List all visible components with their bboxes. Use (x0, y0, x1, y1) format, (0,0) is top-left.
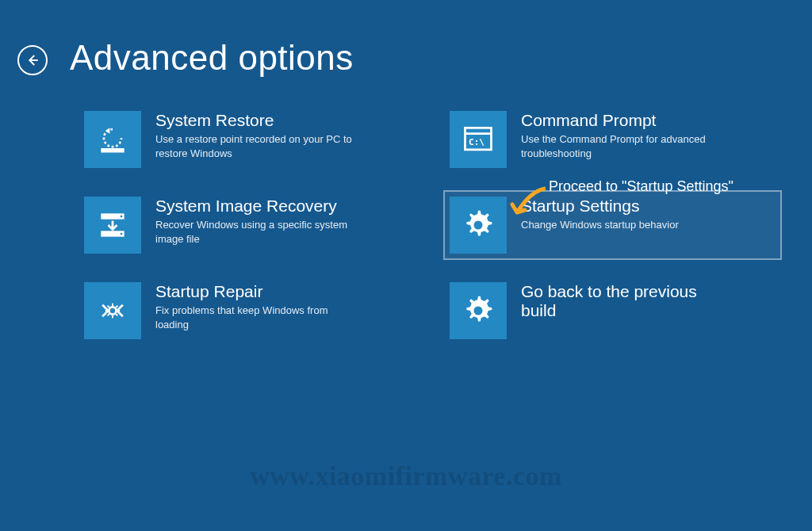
tile-desc: Fix problems that keep Windows from load… (155, 304, 354, 331)
tile-command-prompt[interactable]: C:\ Command Prompt Use the Command Promp… (445, 106, 780, 173)
annotation-callout: Proceed to "Startup Settings" (549, 178, 733, 195)
repair-icon (84, 282, 141, 339)
gear-icon (450, 282, 507, 339)
back-button[interactable] (17, 45, 48, 75)
svg-point-5 (121, 216, 123, 218)
annotation-arrow-icon (506, 184, 550, 222)
header: Advanced options (0, 0, 812, 78)
options-grid: System Restore Use a restore point recor… (0, 78, 812, 344)
tile-text: System Image Recovery Recover Windows us… (155, 197, 410, 246)
svg-point-9 (474, 307, 483, 315)
tile-text: System Restore Use a restore point recor… (155, 111, 410, 160)
tile-title: Command Prompt (521, 111, 727, 130)
tile-title: Go back to the previous build (521, 282, 727, 320)
tile-desc: Use a restore point recorded on your PC … (155, 132, 354, 160)
tile-title: System Restore (155, 111, 362, 130)
page-title: Advanced options (70, 38, 354, 78)
tile-system-image-recovery[interactable]: System Image Recovery Recover Windows us… (79, 192, 415, 258)
svg-text:C:\: C:\ (469, 137, 485, 147)
tile-go-back[interactable]: Go back to the previous build (445, 277, 780, 344)
tile-startup-settings[interactable]: Startup Settings Change Windows startup … (445, 192, 780, 258)
tile-text: Startup Settings Change Windows startup … (521, 197, 776, 232)
image-recovery-icon (84, 197, 141, 254)
tile-system-restore[interactable]: System Restore Use a restore point recor… (79, 106, 415, 173)
terminal-icon: C:\ (450, 111, 507, 168)
tile-title: System Image Recovery (155, 197, 362, 216)
svg-point-7 (474, 221, 483, 230)
tile-desc: Use the Command Prompt for advanced trou… (521, 132, 719, 160)
tile-startup-repair[interactable]: Startup Repair Fix problems that keep Wi… (79, 277, 415, 344)
arrow-left-icon (25, 53, 40, 67)
tile-text: Startup Repair Fix problems that keep Wi… (155, 282, 410, 331)
tile-desc: Recover Windows using a specific system … (155, 218, 354, 246)
tile-text: Command Prompt Use the Command Prompt fo… (521, 111, 776, 160)
tile-desc: Change Windows startup behavior (521, 218, 719, 232)
watermark: www.xiaomifirmware.com (250, 461, 562, 491)
svg-point-8 (109, 307, 116, 314)
tile-title: Startup Settings (521, 197, 727, 216)
tile-text: Go back to the previous build (521, 282, 776, 323)
tile-title: Startup Repair (155, 282, 362, 301)
gear-icon (450, 197, 507, 254)
restore-icon (84, 111, 141, 168)
svg-point-6 (121, 233, 123, 235)
